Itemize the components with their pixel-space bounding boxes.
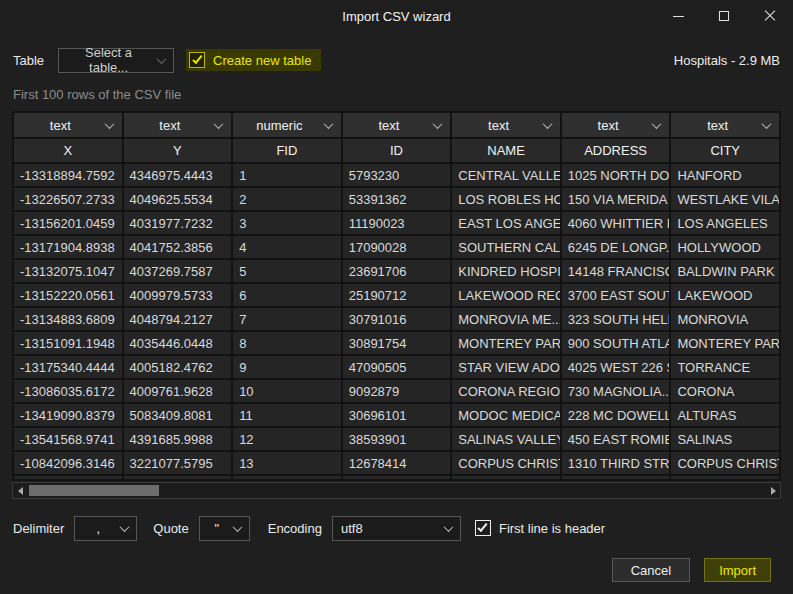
table-cell: CORPUS CHRISTI... xyxy=(451,451,561,475)
column-type-select[interactable]: numeric xyxy=(233,113,341,137)
table-cell: -13156201.0459 xyxy=(13,211,123,235)
check-icon xyxy=(478,521,488,532)
table-cell: 4005182.4762 xyxy=(123,355,233,379)
horizontal-scrollbar[interactable] xyxy=(12,482,781,499)
table-cell: 11 xyxy=(232,403,342,427)
column-type-value: text xyxy=(680,118,755,133)
table-cell: 4037269.7587 xyxy=(123,259,233,283)
table-cell: 47090505 xyxy=(342,355,452,379)
table-row: -13226507.27334049625.5534253391362LOS R… xyxy=(13,187,780,211)
column-type-value: text xyxy=(23,118,98,133)
table-cell: SOUTHERN CALI... xyxy=(451,235,561,259)
table-row: -13086035.61724009761.9628109092879CORON… xyxy=(13,379,780,403)
csv-preview-body: -13318894.75924346975.444315793230CENTRA… xyxy=(13,163,780,480)
table-cell: 900 SOUTH ATLA... xyxy=(561,331,671,355)
table-cell: 450 EAST ROMIE... xyxy=(561,427,671,451)
scrollbar-thumb[interactable] xyxy=(29,485,159,496)
create-new-table-checkbox[interactable] xyxy=(189,52,205,68)
chevron-down-icon xyxy=(652,119,662,129)
table-cell: 10 xyxy=(232,379,342,403)
encoding-select[interactable]: utf8 xyxy=(332,516,461,541)
table-cell: 4049625.5534 xyxy=(123,187,233,211)
column-header: NAME xyxy=(451,138,561,163)
column-type-select[interactable]: text xyxy=(452,113,560,137)
cancel-button[interactable]: Cancel xyxy=(612,558,690,582)
table-row: -13318894.75924346975.444315793230CENTRA… xyxy=(13,163,780,187)
table-row: -13175340.44444005182.4762947090505STAR … xyxy=(13,355,780,379)
title-bar: Import CSV wizard xyxy=(0,0,793,32)
scroll-left-button[interactable] xyxy=(13,483,27,498)
scrollbar-track[interactable] xyxy=(27,483,766,498)
column-header: CITY xyxy=(670,138,780,163)
minimize-button[interactable] xyxy=(655,0,701,32)
csv-preview: texttextnumerictexttexttexttext XYFIDIDN… xyxy=(12,111,781,481)
table-cell: 13 xyxy=(232,451,342,475)
minimize-icon xyxy=(673,16,684,17)
table-cell: -10842096.3146 xyxy=(13,451,123,475)
first-line-header-checkbox[interactable] xyxy=(475,520,491,536)
table-cell xyxy=(123,475,233,480)
column-type-select[interactable]: text xyxy=(124,113,232,137)
table-row: -10842096.31463221077.57951312678414CORP… xyxy=(13,451,780,475)
delimiter-value: , xyxy=(83,521,113,536)
table-cell: 4060 WHITTIER B... xyxy=(561,211,671,235)
table-cell: MODOC MEDICA... xyxy=(451,403,561,427)
maximize-button[interactable] xyxy=(701,0,747,32)
chevron-down-icon xyxy=(214,119,224,129)
table-cell: 17090028 xyxy=(342,235,452,259)
table-cell xyxy=(232,475,342,480)
column-header-row: XYFIDIDNAMEADDRESSCITY xyxy=(13,138,780,163)
table-cell xyxy=(342,475,452,480)
chevron-down-icon xyxy=(762,119,772,129)
table-row: -13132075.10474037269.7587523691706KINDR… xyxy=(13,259,780,283)
table-cell: CENTRAL VALLEY... xyxy=(451,163,561,187)
column-type-value: text xyxy=(352,118,427,133)
table-cell: 12 xyxy=(232,427,342,451)
table-row: -13134883.68094048794.2127730791016MONRO… xyxy=(13,307,780,331)
csv-preview-table: texttextnumerictexttexttexttext XYFIDIDN… xyxy=(12,111,781,481)
table-cell xyxy=(670,475,780,480)
column-type-select[interactable]: text xyxy=(671,113,779,137)
table-cell: 5793230 xyxy=(342,163,452,187)
table-cell: 30891754 xyxy=(342,331,452,355)
table-cell: 30791016 xyxy=(342,307,452,331)
table-cell: MONROVIA xyxy=(670,307,780,331)
table-row: -13419090.83795083409.80811130696101MODO… xyxy=(13,403,780,427)
table-cell: 4346975.4443 xyxy=(123,163,233,187)
table-cell: EAST LOS ANGEL... xyxy=(451,211,561,235)
table-cell: 7 xyxy=(232,307,342,331)
close-button[interactable] xyxy=(747,0,793,32)
scroll-right-button[interactable] xyxy=(766,483,780,498)
table-cell: 3700 EAST SOUT... xyxy=(561,283,671,307)
table-cell: -13086035.6172 xyxy=(13,379,123,403)
scroll-left-icon xyxy=(18,487,23,495)
create-new-table-option[interactable]: Create new table xyxy=(186,49,321,71)
table-cell: 323 SOUTH HELI... xyxy=(561,307,671,331)
table-cell: STAR VIEW ADOL... xyxy=(451,355,561,379)
column-type-select[interactable]: text xyxy=(14,113,122,137)
table-select[interactable]: Select a table... xyxy=(58,48,174,73)
column-type-select[interactable]: text xyxy=(343,113,451,137)
table-cell: 4009761.9628 xyxy=(123,379,233,403)
delimiter-select[interactable]: , xyxy=(74,516,137,541)
table-cell: 1 xyxy=(232,163,342,187)
close-icon xyxy=(764,10,776,22)
encoding-value: utf8 xyxy=(341,521,437,536)
quote-select[interactable]: " xyxy=(199,516,250,541)
table-cell: ALTURAS xyxy=(670,403,780,427)
table-cell: MONTEREY PARK... xyxy=(451,331,561,355)
table-row: -13151091.19484035446.0448830891754MONTE… xyxy=(13,331,780,355)
column-type-select[interactable]: text xyxy=(562,113,670,137)
import-button[interactable]: Import xyxy=(704,558,771,582)
preview-caption: First 100 rows of the CSV file xyxy=(13,87,181,102)
file-info: Hospitals - 2.9 MB xyxy=(674,53,780,68)
table-cell: -13132075.1047 xyxy=(13,259,123,283)
table-cell: 6245 DE LONGP... xyxy=(561,235,671,259)
table-cell: 2 xyxy=(232,187,342,211)
encoding-label: Encoding xyxy=(268,521,322,536)
window-controls xyxy=(655,0,793,32)
toolbar: Table Select a table... Create new table… xyxy=(13,46,780,74)
first-line-header-option[interactable]: First line is header xyxy=(475,520,615,536)
column-type-row: texttextnumerictexttexttexttext xyxy=(13,112,780,138)
quote-value: " xyxy=(208,521,226,536)
